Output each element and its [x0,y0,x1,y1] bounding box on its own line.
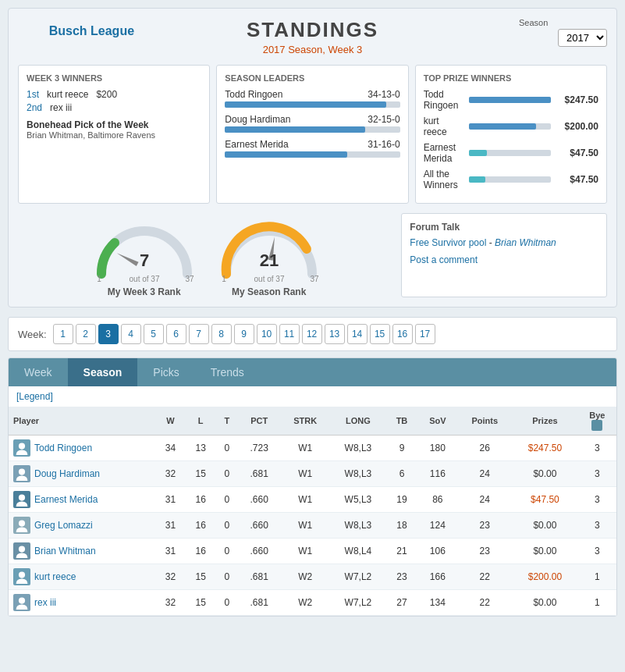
week-btn-9[interactable]: 9 [234,324,254,344]
bonehead-title: Bonehead Pick of the Week [27,119,201,130]
tab-week[interactable]: Week [9,358,68,386]
player-bye: 3 [578,513,616,539]
col-l: L [186,407,216,436]
svg-point-16 [19,597,25,603]
forum-link[interactable]: Free Survivor pool [410,237,488,248]
week-btn-13[interactable]: 13 [325,324,345,344]
player-strk: W1 [280,513,330,539]
player-points: 22 [457,564,512,590]
player-cell: rex iii [9,590,155,616]
week-btn-2[interactable]: 2 [76,324,96,344]
player-name[interactable]: rex iii [34,597,56,608]
player-avatar [13,491,30,508]
week-btn-6[interactable]: 6 [166,324,186,344]
player-prizes: $200.00 [512,564,578,590]
legend-link[interactable]: [Legend] [16,391,53,402]
leader-name: Earnest Merida [225,139,288,150]
player-pct: .681 [238,564,280,590]
week-btn-17[interactable]: 17 [415,324,435,344]
tabs-row: WeekSeasonPicksTrends [9,358,616,386]
player-t: 0 [216,487,239,513]
panels-row: WEEK 3 WINNERS 1st kurt reece $200 2nd r… [18,65,607,204]
col-bye[interactable]: Bye [578,407,616,436]
post-comment-link[interactable]: Post a comment [410,254,598,265]
player-l: 15 [186,461,216,487]
table-row: kurt reece 32150.681W2W7,L22316622$200.0… [9,564,616,590]
week-btn-10[interactable]: 10 [257,324,277,344]
prize-winners-list: Todd Ringoen $247.50 kurt reece $200.00 … [424,89,598,190]
player-prizes: $247.50 [512,436,578,461]
week-btn-15[interactable]: 15 [370,324,390,344]
player-sov: 106 [417,539,457,564]
player-pct: .660 [238,513,280,539]
week-btn-4[interactable]: 4 [121,324,141,344]
svg-marker-0 [115,251,138,266]
player-points: 23 [457,513,512,539]
prize-row: Todd Ringoen $247.50 [424,89,598,111]
season-label: Season [460,18,607,27]
week-btn-16[interactable]: 16 [392,324,413,344]
svg-text:37: 37 [310,275,319,283]
player-name[interactable]: Earnest Merida [34,494,98,505]
leader-bar-fill [225,151,347,158]
week-btn-11[interactable]: 11 [279,324,300,344]
player-strk: W1 [280,461,330,487]
prize-bar-fill [469,176,485,183]
player-prizes: $0.00 [512,461,578,487]
week-btn-12[interactable]: 12 [302,324,322,344]
player-name[interactable]: Doug Hardiman [34,468,100,479]
col-w: W [155,407,186,436]
player-w: 32 [155,564,186,590]
prize-bar-wrap [469,123,551,130]
player-avatar [13,594,30,611]
table-section: WeekSeasonPicksTrends [Legend] PlayerWLT… [8,357,617,617]
prize-winner-name: Todd Ringoen [424,89,464,111]
tab-season[interactable]: Season [68,358,138,386]
player-name[interactable]: Greg Lomazzi [34,520,93,531]
leader-name: Doug Hardiman [225,114,290,125]
week-btn-8[interactable]: 8 [211,324,232,344]
player-cell: Brian Whitman [9,539,155,564]
svg-text:1: 1 [222,275,226,283]
player-name[interactable]: Brian Whitman [34,546,96,556]
player-l: 15 [186,564,216,590]
player-sov: 124 [417,513,457,539]
player-w: 31 [155,487,186,513]
bonehead-detail: Brian Whitman, Baltimore Ravens [27,130,201,140]
standings-table: PlayerWLTPCTSTRKLONGTBSoVPointsPrizesBye… [9,407,616,616]
player-cell: Earnest Merida [9,487,155,513]
player-avatar [13,439,30,457]
player-pct: .681 [238,461,280,487]
player-long: W8,L3 [330,513,385,539]
season-select[interactable]: 2017 2016 2015 [558,29,607,47]
leader-record: 31-16-0 [368,139,400,150]
player-strk: W2 [280,564,330,590]
standings-title-block: STANDINGS 2017 Season, Week 3 [165,18,460,55]
week-btn-7[interactable]: 7 [189,324,209,344]
forum-panel: Forum Talk Free Survivor pool - Brian Wh… [401,213,607,297]
player-tb: 21 [386,539,418,564]
week-btn-5[interactable]: 5 [144,324,164,344]
leader-name: Todd Ringoen [225,89,282,100]
legend-row: [Legend] [9,386,616,407]
player-sov: 116 [417,461,457,487]
player-strk: W2 [280,590,330,616]
player-long: W5,L3 [330,487,385,513]
leader-bar-fill [225,101,385,108]
player-name[interactable]: Todd Ringoen [34,443,92,453]
table-header-row: PlayerWLTPCTSTRKLONGTBSoVPointsPrizesBye [9,407,616,436]
player-sov: 180 [417,436,457,461]
leader-bar [225,126,400,133]
player-w: 31 [155,539,186,564]
player-sov: 86 [417,487,457,513]
player-tb: 19 [386,487,418,513]
week-btn-1[interactable]: 1 [53,324,73,344]
tab-trends[interactable]: Trends [195,358,260,386]
player-name[interactable]: kurt reece [34,571,76,582]
player-strk: W1 [280,539,330,564]
week-btn-14[interactable]: 14 [347,324,368,344]
week-btn-3[interactable]: 3 [98,324,119,344]
prize-amount: $247.50 [556,94,598,105]
player-t: 0 [216,513,239,539]
tab-picks[interactable]: Picks [137,358,194,386]
